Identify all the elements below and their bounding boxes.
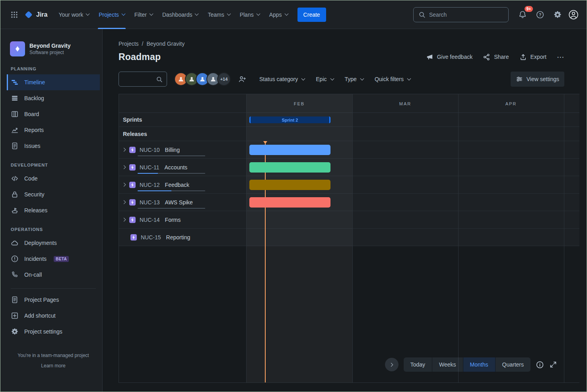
share-icon [483, 53, 490, 61]
chevron-down-icon [360, 76, 364, 80]
chevron-down-icon [330, 76, 334, 80]
give-feedback-button[interactable]: Give feedback [426, 53, 473, 61]
breadcrumb-current[interactable]: Beyond Gravity [146, 41, 185, 47]
sidebar-item-board[interactable]: Board [7, 106, 100, 122]
beta-badge: BETA [54, 256, 69, 262]
nav-teams[interactable]: Teams [203, 0, 235, 29]
epic-progress-track [138, 173, 205, 174]
expand-chevron-icon[interactable] [122, 183, 126, 187]
help-button[interactable]: ? [533, 8, 547, 21]
epic-bar[interactable] [249, 180, 330, 190]
chevron-down-icon [301, 76, 305, 80]
nav-filter[interactable]: Filter [130, 0, 157, 29]
epic-row-nuc-10[interactable]: NUC-10 Billing [119, 141, 579, 159]
fullscreen-button[interactable] [549, 361, 557, 369]
sidebar-item-issues[interactable]: Issues [7, 138, 100, 154]
issues-icon [11, 142, 19, 150]
settings-button[interactable] [551, 8, 564, 21]
timeline-search-input[interactable] [123, 76, 154, 82]
export-label: Export [531, 54, 546, 60]
learn-more-link[interactable]: Learn more [7, 363, 100, 369]
chevron-down-icon [407, 76, 411, 80]
nav-apps[interactable]: Apps [264, 0, 293, 29]
zoom-months-button[interactable]: Months [463, 357, 496, 372]
zoom-weeks-button[interactable]: Weeks [432, 357, 463, 372]
epic-bar[interactable] [249, 197, 330, 208]
zoom-quarters-button[interactable]: Quarters [496, 357, 531, 372]
gear-icon [11, 328, 19, 336]
avatar-overflow-count[interactable]: +14 [217, 72, 231, 86]
epic-row-nuc-14[interactable]: NUC-14 Forms [119, 211, 579, 229]
more-actions-button[interactable]: ⋯ [557, 52, 564, 62]
nav-plans[interactable]: Plans [235, 0, 264, 29]
sidebar-item-on-call[interactable]: On-call [7, 267, 100, 283]
jira-logo-icon [24, 10, 33, 19]
epic-row-nuc-12[interactable]: NUC-12 Feedback [119, 176, 579, 194]
epic-bar[interactable] [249, 145, 330, 155]
global-search[interactable] [413, 7, 509, 22]
epic-bar[interactable] [249, 162, 330, 173]
column-divider [564, 94, 564, 382]
sidebar-item-label: Reports [24, 127, 44, 133]
profile-avatar[interactable] [568, 10, 579, 20]
epic-progress-track [138, 190, 205, 191]
breadcrumb-separator: / [142, 41, 144, 47]
epic-cell: NUC-14 Forms [119, 211, 246, 228]
epic-filter[interactable]: Epic [316, 76, 333, 82]
share-label: Share [494, 54, 509, 60]
share-button[interactable]: Share [483, 53, 509, 61]
chevron-down-icon [256, 12, 260, 16]
sidebar-item-label: Deployments [24, 240, 57, 246]
ship-icon [11, 206, 19, 214]
nav-projects[interactable]: Projects [94, 0, 130, 29]
view-settings-label: View settings [527, 76, 559, 82]
sidebar-item-project-settings[interactable]: Project settings [7, 324, 100, 340]
sidebar-item-timeline[interactable]: Timeline [7, 74, 100, 90]
notifications-button[interactable]: 9+ [516, 8, 529, 21]
sidebar-item-label: Code [24, 175, 37, 182]
quick-filters[interactable]: Quick filters [375, 76, 410, 82]
create-button[interactable]: Create [297, 8, 326, 22]
expand-chevron-icon[interactable] [122, 218, 126, 222]
expand-chevron-icon[interactable] [122, 165, 126, 169]
jira-logo[interactable]: Jira [24, 10, 47, 19]
global-search-input[interactable] [429, 12, 503, 18]
sidebar-item-backlog[interactable]: Backlog [7, 90, 100, 106]
epic-row-nuc-11[interactable]: NUC-11 Accounts [119, 159, 579, 176]
add-people-button[interactable] [235, 72, 249, 86]
type-filter[interactable]: Type [345, 76, 363, 82]
timeline-search[interactable] [119, 72, 167, 87]
epic-icon [129, 217, 136, 223]
filter-bar: Status category Epic Type Quick filters [259, 76, 410, 82]
sidebar-item-security[interactable]: Security [7, 186, 100, 202]
app-switcher-button[interactable] [8, 8, 21, 21]
column-divider [458, 94, 459, 382]
sidebar-item-add-shortcut[interactable]: Add shortcut [7, 308, 100, 324]
scroll-forward-button[interactable] [385, 358, 398, 371]
epic-row-nuc-15[interactable]: NUC-15 Reporting [119, 229, 579, 246]
view-settings-button[interactable]: View settings [511, 72, 564, 87]
timeline-gantt: FEB MAR APR Sprints Sprint 2 Releases [119, 94, 579, 383]
expand-chevron-icon[interactable] [122, 148, 126, 152]
sidebar-item-releases[interactable]: Releases [7, 202, 100, 218]
sidebar-item-code[interactable]: Code [7, 171, 100, 186]
project-avatar-icon [14, 45, 21, 53]
sprint-bar[interactable]: Sprint 2 [249, 116, 330, 123]
timeline-info-button[interactable] [536, 361, 544, 369]
epic-row-nuc-13[interactable]: NUC-13 AWS Spike [119, 194, 579, 211]
timeline-zoom-controls: Today Weeks Months Quarters [385, 357, 557, 372]
nav-dashboards[interactable]: Dashboards [157, 0, 203, 29]
sidebar-item-deployments[interactable]: Deployments [7, 235, 100, 251]
breadcrumb-projects[interactable]: Projects [119, 41, 139, 47]
zoom-today-button[interactable]: Today [404, 357, 432, 372]
sidebar-item-label: Issues [24, 143, 40, 149]
export-button[interactable]: Export [519, 53, 546, 61]
sidebar-item-project-pages[interactable]: Project Pages [7, 292, 100, 308]
status-category-filter[interactable]: Status category [259, 76, 305, 82]
zoom-segmented-control: Today Weeks Months Quarters [404, 357, 531, 372]
nav-your-work[interactable]: Your work [54, 0, 94, 29]
give-feedback-label: Give feedback [437, 54, 473, 60]
sidebar-item-reports[interactable]: Reports [7, 122, 100, 138]
sidebar-item-incidents[interactable]: Incidents BETA [7, 251, 100, 267]
expand-chevron-icon[interactable] [122, 200, 126, 204]
